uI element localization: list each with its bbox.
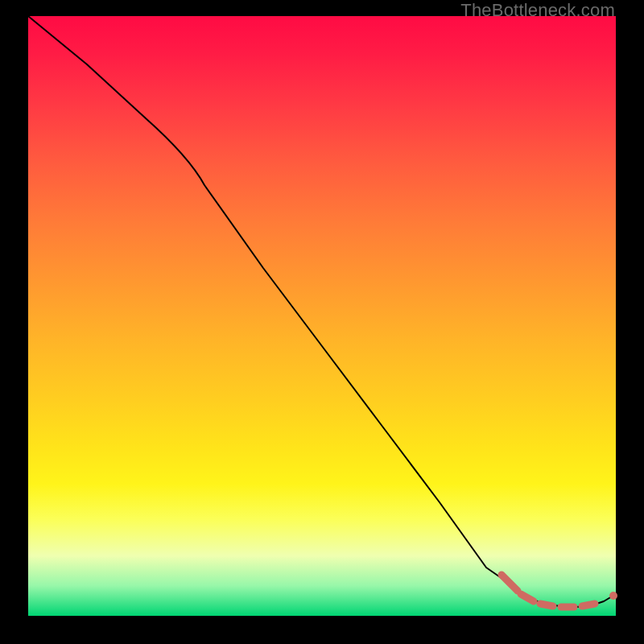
marker-seg: [582, 604, 595, 606]
chart-frame: TheBottleneck.com: [0, 0, 644, 644]
marker-seg: [521, 594, 534, 601]
chart-overlay: [28, 16, 616, 616]
marker-seg: [502, 575, 518, 591]
bottleneck-curve: [28, 16, 616, 608]
marker-end-dot: [609, 592, 617, 600]
marker-seg: [540, 604, 553, 606]
